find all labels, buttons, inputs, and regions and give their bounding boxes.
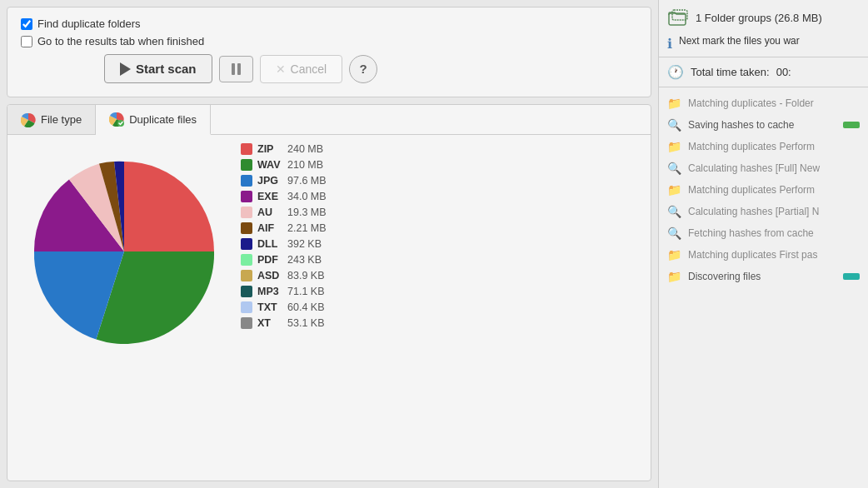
right-panel: 1 Folder groups (26.8 MB) ℹ Next mark th… [658,0,868,488]
pause-bar-2 [237,63,241,75]
legend-size-wav: 210 MB [287,159,323,171]
legend-size-mp3: 71.1 KB [287,286,324,297]
legend-color-pdf [241,254,252,266]
task-saving-hashes: 🔍 Saving hashes to cache [659,114,868,136]
legend-color-jpg [241,175,252,187]
task-folder-icon-1: 📁 [667,97,681,110]
legend-color-wav [241,159,252,171]
legend-item-jpg: JPG 97.6 MB [241,175,639,187]
legend-container[interactable]: ZIP 240 MB WAV 210 MB JPG 97.6 MB EXE 34… [241,143,642,385]
top-controls: Find duplicate folders Go to the results… [7,7,651,97]
duplicate-files-tab-label: Duplicate files [129,113,197,126]
legend-label-mp3: MP3 [257,286,282,297]
left-panel: Find duplicate folders Go to the results… [0,0,658,488]
legend-label-asd: ASD [257,270,282,281]
total-time-value: 00: [776,66,791,78]
tab-file-type[interactable]: File type [7,105,96,134]
task-fingerprint-icon-1: 🔍 [667,118,681,132]
task-fingerprint-icon-4: 🔍 [667,227,681,240]
cancel-label: Cancel [291,62,327,76]
legend-label-aif: AIF [257,222,282,234]
task-label-3: Matching duplicates Perform [688,141,860,152]
legend-label-txt: TXT [257,301,282,313]
next-mark-text: Next mark the files you war [679,35,800,47]
legend-size-dll: 392 KB [287,238,322,250]
legend-item-mp3: MP3 71.1 KB [241,286,639,297]
legend-label-xt: XT [257,317,282,329]
task-progress-2 [843,273,860,280]
task-matching-first-pass: 📁 Matching duplicates First pas [659,244,868,266]
total-time-row: 🕐 Total time taken: 00: [659,57,868,87]
cancel-x-icon: ✕ [276,62,286,76]
legend-item-zip: ZIP 240 MB [241,143,639,155]
play-icon [120,62,131,76]
legend-item-exe: EXE 34.0 MB [241,191,639,202]
legend-color-txt [241,301,252,313]
task-fingerprint-icon-3: 🔍 [667,205,681,218]
legend-size-au: 19.3 MB [287,207,327,218]
task-folder-icon-4: 📁 [667,248,681,261]
folder-groups-icon [667,8,689,27]
help-button[interactable]: ? [349,55,377,83]
task-label-6: Calculating hashes [Partial] N [688,206,860,217]
tabs-area: File type Duplicate files [7,104,651,481]
legend-color-dll [241,238,252,250]
tabs-header: File type Duplicate files [7,105,651,135]
task-label-7: Fetching hashes from cache [688,227,860,239]
legend-size-pdf: 243 KB [287,254,322,266]
file-type-tab-label: File type [41,113,82,126]
legend-size-exe: 34.0 MB [287,191,327,202]
clock-icon: 🕐 [667,64,684,80]
pie-chart-container [16,143,232,360]
task-fingerprint-icon-2: 🔍 [667,162,681,175]
task-folder-icon-5: 📁 [667,270,681,283]
legend-item-xt: XT 53.1 KB [241,317,639,329]
pause-button[interactable] [219,56,253,82]
svg-rect-2 [669,13,686,25]
tab-content: ZIP 240 MB WAV 210 MB JPG 97.6 MB EXE 34… [7,135,651,481]
task-label-5: Matching duplicates Perform [688,184,860,196]
task-label-9: Discovering files [688,271,836,282]
task-progress-1 [843,122,860,128]
find-duplicates-label: Find duplicate folders [37,17,141,30]
legend-label-zip: ZIP [257,143,282,155]
legend-item-wav: WAV 210 MB [241,159,639,171]
legend-label-dll: DLL [257,238,282,250]
legend-label-au: AU [257,207,282,218]
info-row: ℹ Next mark the files you war [659,32,868,57]
pause-bar-1 [232,63,235,75]
task-matching-perform-1: 📁 Matching duplicates Perform [659,136,868,157]
legend-size-txt: 60.4 KB [287,301,324,313]
start-scan-button[interactable]: Start scan [104,54,212,83]
pie-chart [24,152,224,351]
goto-results-checkbox[interactable] [21,36,32,47]
task-list: 📁 Matching duplicates - Folder 🔍 Saving … [659,87,868,488]
cancel-button[interactable]: ✕ Cancel [260,55,343,83]
task-folder-icon-2: 📁 [667,140,681,153]
legend-color-exe [241,191,252,202]
legend-color-xt [241,317,252,329]
legend-color-aif [241,222,252,234]
legend-color-asd [241,270,252,281]
legend-color-zip [241,143,252,155]
tab-duplicate-files[interactable]: Duplicate files [96,105,211,135]
goto-results-label: Go to the results tab when finished [37,35,204,47]
task-fetching-hashes: 🔍 Fetching hashes from cache [659,222,868,244]
find-duplicates-checkbox[interactable] [21,18,32,30]
legend-item-asd: ASD 83.9 KB [241,270,639,281]
duplicate-files-tab-icon [109,112,124,127]
task-label-8: Matching duplicates First pas [688,249,860,261]
task-discovering-files: 📁 Discovering files [659,266,868,287]
legend-size-asd: 83.9 KB [287,270,324,281]
legend-item-pdf: PDF 243 KB [241,254,639,266]
legend-color-mp3 [241,286,252,297]
legend-label-wav: WAV [257,159,282,171]
task-label-1: Matching duplicates - Folder [688,97,860,109]
task-label-4: Calculating hashes [Full] New [688,162,860,174]
task-matching-duplicates-folder: 📁 Matching duplicates - Folder [659,92,868,114]
goto-results-row: Go to the results tab when finished [21,35,637,47]
legend-label-pdf: PDF [257,254,282,266]
task-calc-hashes-full: 🔍 Calculating hashes [Full] New [659,157,868,179]
file-type-tab-icon [21,112,36,127]
legend-label-jpg: JPG [257,175,282,187]
